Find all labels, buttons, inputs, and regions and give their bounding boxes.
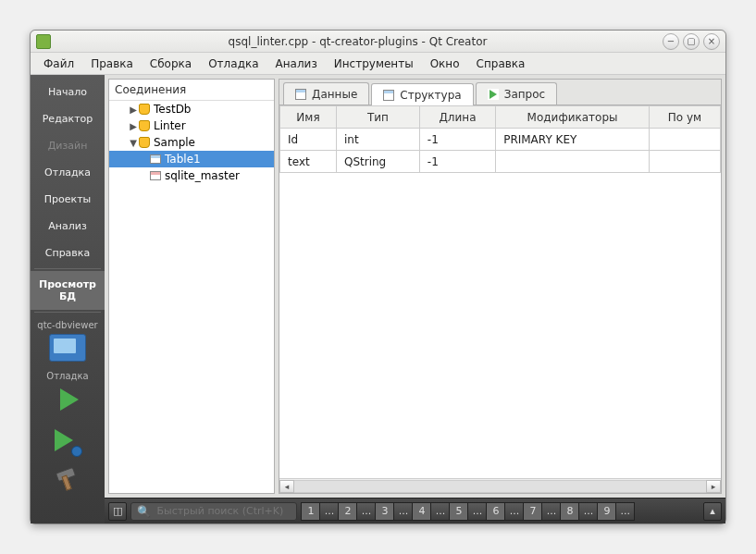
tree-node-sample[interactable]: ▼ Sample (109, 134, 274, 151)
cell[interactable]: -1 (419, 151, 495, 173)
tab-structure[interactable]: Структура (371, 83, 473, 105)
database-icon (139, 120, 150, 131)
pane-1-label[interactable]: ... (319, 502, 338, 521)
menu-window[interactable]: Окно (423, 55, 467, 73)
col-modifiers[interactable]: Модификаторы (496, 106, 650, 129)
pane-9-label[interactable]: ... (615, 502, 635, 521)
mode-projects[interactable]: Проекты (31, 186, 105, 213)
cell[interactable] (649, 151, 720, 173)
pane-2-label[interactable]: ... (356, 502, 375, 521)
pane-7[interactable]: 7 (523, 502, 541, 521)
table-header-row: Имя Тип Длина Модификаторы По ум (280, 106, 721, 129)
cell[interactable] (649, 129, 720, 151)
tree-node-table1[interactable]: Table1 (109, 151, 274, 167)
output-pane-selector: 1 ... 2 ... 3 ... 4 ... 5 ... 6 ... 7 ..… (301, 502, 635, 521)
mode-debug[interactable]: Отладка (31, 159, 105, 186)
search-icon: 🔍 (137, 505, 151, 518)
tab-label: Запрос (504, 88, 545, 101)
collapse-icon[interactable]: ▼ (128, 138, 139, 148)
tree-node-linter[interactable]: ▶ Linter (109, 117, 274, 134)
menu-analyze[interactable]: Анализ (268, 55, 325, 73)
pane-4-label[interactable]: ... (430, 502, 449, 521)
menu-debug[interactable]: Отладка (201, 55, 266, 73)
database-icon (139, 104, 150, 115)
grid-scroll[interactable]: Имя Тип Длина Модификаторы По ум Id (279, 105, 721, 478)
pane-5-label[interactable]: ... (467, 502, 486, 521)
run-button[interactable] (55, 388, 81, 414)
pane-2[interactable]: 2 (338, 502, 356, 521)
col-length[interactable]: Длина (419, 106, 495, 129)
pane-4[interactable]: 4 (412, 502, 430, 521)
cell[interactable]: PRIMARY KEY (496, 129, 650, 151)
mode-help[interactable]: Справка (31, 240, 105, 266)
pane-6[interactable]: 6 (486, 502, 504, 521)
expand-icon[interactable]: ▶ (128, 121, 139, 131)
footer-bar: ◫ 🔍 1 ... 2 ... 3 ... 4 ... 5 ... 6 (105, 498, 725, 523)
menu-file[interactable]: Файл (36, 55, 81, 73)
tree-label: Table1 (165, 153, 201, 166)
menu-build[interactable]: Сборка (143, 55, 199, 73)
project-selector-icon[interactable] (49, 334, 86, 362)
quick-search[interactable]: 🔍 (130, 502, 297, 521)
cell[interactable]: text (280, 151, 337, 173)
project-label: qtc-dbviewer (37, 320, 97, 330)
pane-1[interactable]: 1 (301, 502, 319, 521)
table-panel: Данные Структура Запрос (279, 79, 722, 494)
table-icon (150, 154, 161, 164)
main-split: Соединения ▶ TestDb ▶ Linter (105, 75, 725, 498)
col-name[interactable]: Имя (280, 106, 337, 129)
mode-welcome[interactable]: Начало (31, 79, 105, 105)
tree-label: Linter (154, 119, 186, 132)
play-icon (488, 89, 499, 100)
cell[interactable] (496, 151, 650, 173)
mode-design: Дизайн (31, 132, 105, 159)
menu-tools[interactable]: Инструменты (327, 55, 421, 73)
cell[interactable]: int (336, 129, 419, 151)
cell[interactable]: -1 (419, 129, 495, 151)
scroll-left-button[interactable]: ◂ (279, 480, 294, 493)
table-row[interactable]: text QString -1 (280, 151, 721, 173)
output-toggle-button[interactable]: ▴ (703, 502, 722, 521)
tree-node-testdb[interactable]: ▶ TestDb (109, 101, 274, 117)
menu-edit[interactable]: Правка (83, 55, 141, 73)
tree-node-sqlite-master[interactable]: sqlite_master (109, 167, 274, 184)
menu-help[interactable]: Справка (469, 55, 533, 73)
titlebar: qsql_linter.cpp - qt-creator-plugins - Q… (31, 31, 725, 53)
scroll-track[interactable] (294, 480, 706, 493)
pane-7-label[interactable]: ... (541, 502, 560, 521)
pane-9[interactable]: 9 (597, 502, 615, 521)
toggle-sidebar-button[interactable]: ◫ (108, 502, 127, 521)
cell[interactable]: Id (280, 129, 337, 151)
pane-8-label[interactable]: ... (578, 502, 597, 521)
close-button[interactable]: × (703, 33, 720, 50)
app-icon (36, 34, 51, 49)
cell[interactable]: QString (336, 151, 419, 173)
expand-icon[interactable]: ▶ (128, 105, 139, 115)
table-row[interactable]: Id int -1 PRIMARY KEY (280, 129, 721, 151)
maximize-button[interactable]: ▢ (683, 33, 700, 50)
col-default[interactable]: По ум (649, 106, 720, 129)
scroll-right-button[interactable]: ▸ (706, 480, 721, 493)
mode-analyze[interactable]: Анализ (31, 213, 105, 240)
pane-8[interactable]: 8 (560, 502, 578, 521)
separator (34, 312, 101, 313)
pane-6-label[interactable]: ... (504, 502, 523, 521)
mode-edit[interactable]: Редактор (31, 105, 105, 132)
col-type[interactable]: Тип (336, 106, 419, 129)
body: Начало Редактор Дизайн Отладка Проекты А… (31, 75, 725, 523)
tab-data[interactable]: Данные (283, 82, 369, 105)
build-button[interactable] (55, 470, 81, 496)
horizontal-scrollbar[interactable]: ◂ ▸ (279, 478, 721, 493)
pane-5[interactable]: 5 (449, 502, 467, 521)
mode-dbview[interactable]: Просмотр БД (31, 271, 105, 310)
tree-label: Sample (154, 136, 195, 149)
pane-3-label[interactable]: ... (393, 502, 412, 521)
minimize-button[interactable]: − (663, 33, 679, 50)
search-input[interactable] (156, 505, 291, 517)
tab-query[interactable]: Запрос (476, 82, 557, 105)
debug-button[interactable] (55, 429, 81, 455)
connections-tree[interactable]: ▶ TestDb ▶ Linter ▼ Sample (109, 101, 274, 493)
window-title: qsql_linter.cpp - qt-creator-plugins - Q… (56, 35, 659, 48)
main-window: qsql_linter.cpp - qt-creator-plugins - Q… (30, 30, 726, 524)
pane-3[interactable]: 3 (375, 502, 393, 521)
